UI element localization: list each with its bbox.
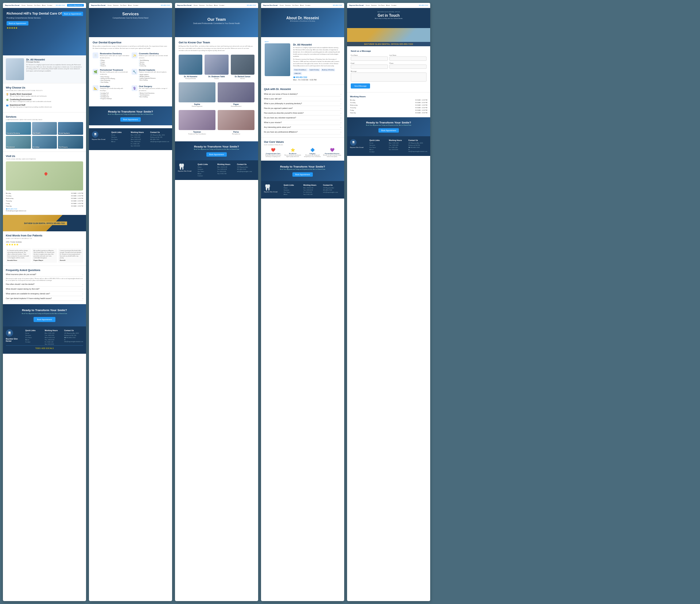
t-nav-contact[interactable]: Contact <box>219 4 224 6</box>
service-thumb-5[interactable]: Invisalign <box>32 136 57 149</box>
t-nav-about[interactable]: About <box>214 4 218 6</box>
nav-link-team[interactable]: Our Team <box>34 4 40 6</box>
hero-appt-btn[interactable]: Book an Appointment <box>62 12 83 16</box>
service-thumb-6[interactable]: Oral Surgery <box>58 136 83 149</box>
nav-phone[interactable]: 905-883-7222 <box>56 4 65 6</box>
cf-footer-email[interactable]: ✉ info@bayviewglendental.com <box>408 149 427 152</box>
a-footer-about[interactable]: About <box>284 193 302 195</box>
nav-link-services[interactable]: Services <box>27 4 32 6</box>
hero-cta-btn[interactable]: Book an Appointment <box>7 21 28 26</box>
service-thumb-4[interactable]: Periodontal <box>6 136 31 149</box>
faq-item-4[interactable]: What options are available for emergency… <box>6 291 83 296</box>
t-footer-home[interactable]: Home <box>198 166 216 168</box>
faq-item-5[interactable]: Can I get dental implants if I have exis… <box>6 296 83 301</box>
cf-footer-home[interactable]: Home <box>369 142 387 144</box>
a-nav-contact[interactable]: Contact <box>305 4 310 6</box>
qa-item-6[interactable]: Do you have any volunteer experience? › <box>264 115 341 120</box>
t-footer-email[interactable]: info@bayviewglen.com <box>237 170 255 172</box>
t-footer-services[interactable]: Services <box>198 168 216 170</box>
service-thumb-2[interactable]: Oral Health <box>32 122 57 135</box>
phone-input[interactable] <box>389 64 427 69</box>
cf-footer-team[interactable]: Our Team <box>369 146 387 148</box>
qa-item-2[interactable]: What is your skill set? › <box>264 97 341 101</box>
message-textarea[interactable] <box>351 72 427 82</box>
s-footer-home[interactable]: Home <box>111 134 129 136</box>
s-nav-services[interactable]: Services <box>113 4 118 6</box>
a-nav-about[interactable]: About <box>300 4 304 6</box>
s-footer-phone[interactable]: 905-883-7222 <box>150 138 169 140</box>
service-thumb-1[interactable]: Cosmetic Dentistry <box>6 122 31 135</box>
c-nav-phone[interactable]: 905-883-7222 <box>419 4 428 6</box>
cta-btn[interactable]: Book Appointment <box>34 317 56 322</box>
a-nav-services[interactable]: Services <box>285 4 291 6</box>
c-nav-team[interactable]: Our Team <box>378 4 385 6</box>
lastname-input[interactable] <box>389 56 427 61</box>
qa-item-5[interactable]: How would you describe yourself in three… <box>264 111 341 115</box>
t-nav-home[interactable]: Home <box>194 4 198 6</box>
c-nav-home[interactable]: Home <box>366 4 370 6</box>
a-footer-phone[interactable]: 905-883-7222 <box>323 189 341 191</box>
cf-footer-about[interactable]: About <box>369 149 387 150</box>
footer-link-5[interactable]: Contact <box>25 341 42 343</box>
a-nav-team[interactable]: Our Team <box>292 4 299 6</box>
faq-item-3[interactable]: What should I expect during my first vis… <box>6 287 83 291</box>
s-footer-services[interactable]: Services <box>111 136 129 138</box>
nav-link-home[interactable]: Home <box>22 4 26 6</box>
t-footer-phone[interactable]: 905-883-7222 <box>237 168 255 170</box>
email-input[interactable] <box>351 64 388 69</box>
nav-appt-btn[interactable]: Book an Appointment <box>67 4 84 7</box>
footer-link-3[interactable]: Our Team <box>25 337 42 338</box>
faq-item-1[interactable]: What insurance plans do you accept? › <box>6 272 83 277</box>
c-nav-contact[interactable]: Contact <box>391 4 396 6</box>
t-footer-team[interactable]: Our Team <box>198 170 216 172</box>
footer-phone[interactable]: ☎ 905-883-7222 <box>64 337 83 338</box>
s-nav-home[interactable]: Home <box>108 4 112 6</box>
qa-item-7[interactable]: What is your mission? › <box>264 120 341 125</box>
c-nav-about[interactable]: About <box>386 4 390 6</box>
t-nav-services[interactable]: Services <box>199 4 205 6</box>
s-footer-team[interactable]: Our Team <box>111 138 129 140</box>
s-nav-team[interactable]: Our Team <box>120 4 127 6</box>
qa-item-3[interactable]: What is your philosophy in practicing de… <box>264 101 341 106</box>
nav-link-about[interactable]: About <box>42 4 46 6</box>
footer-link-2[interactable]: Services <box>25 334 42 336</box>
a-hours-4: Sat: 9:00-3:00 <box>303 193 322 195</box>
s-nav-about[interactable]: About <box>128 4 132 6</box>
cf-footer-services[interactable]: Services <box>369 144 387 146</box>
cf-footer-phone[interactable]: ☎ 905-883-7222 <box>408 146 427 148</box>
s-nav-contact[interactable]: Contact <box>133 4 138 6</box>
map-box[interactable] <box>6 161 83 191</box>
a-footer-email[interactable]: info@bayviewglen.com <box>323 191 341 193</box>
qa-item-4[interactable]: How do you approach patient care? › <box>264 106 341 111</box>
form-submit-btn[interactable]: Send Message <box>351 83 370 89</box>
qa-item-1[interactable]: What are your areas of focus in dentistr… <box>264 92 341 97</box>
bio-contact[interactable]: ☎ 905-883-7222 <box>293 76 341 78</box>
a-footer-services[interactable]: Services <box>284 189 302 191</box>
about-cta-btn[interactable]: Book Appointment <box>292 172 313 177</box>
a-footer-team[interactable]: Our Team <box>284 191 302 193</box>
cf-footer-contact[interactable]: Contact <box>369 151 387 153</box>
footer-link-4[interactable]: About <box>25 339 42 341</box>
t-footer-about[interactable]: About <box>198 173 216 174</box>
a-footer-home[interactable]: Home <box>284 187 302 189</box>
contact-cta-btn[interactable]: Book Appointment <box>378 128 399 133</box>
cf-footer-links-title: Quick Links <box>369 139 387 141</box>
qa-item-9[interactable]: Do you have any professional affiliation… <box>264 130 341 134</box>
t-nav-team[interactable]: Our Team <box>206 4 213 6</box>
services-cta-btn[interactable]: Book Appointment <box>120 117 141 122</box>
t-footer-contact[interactable]: Contact <box>198 175 216 177</box>
a-nav-home[interactable]: Home <box>280 4 284 6</box>
c-nav-services[interactable]: Services <box>371 4 377 6</box>
s-footer-email[interactable]: info@bayviewglendental.com <box>150 141 169 142</box>
value-desc-2: We are committed to providing the highes… <box>284 154 302 157</box>
footer-email[interactable]: ✉ info@bayviewglendental.com <box>64 339 83 342</box>
firstname-input[interactable] <box>351 56 388 61</box>
faq-item-2[interactable]: How often should I visit the dentist? › <box>6 282 83 287</box>
service-thumb-3[interactable]: Dental Implants <box>58 122 83 135</box>
team-cta-btn[interactable]: Book Appointment <box>206 152 227 157</box>
qa-item-8[interactable]: Any interesting points about you? › <box>264 125 341 130</box>
footer-link-1[interactable]: Home <box>25 332 42 334</box>
nav-link-contact[interactable]: Contact <box>47 4 52 6</box>
s-footer-about[interactable]: About <box>111 141 129 142</box>
s-footer-links-title: Quick Links <box>111 131 129 133</box>
